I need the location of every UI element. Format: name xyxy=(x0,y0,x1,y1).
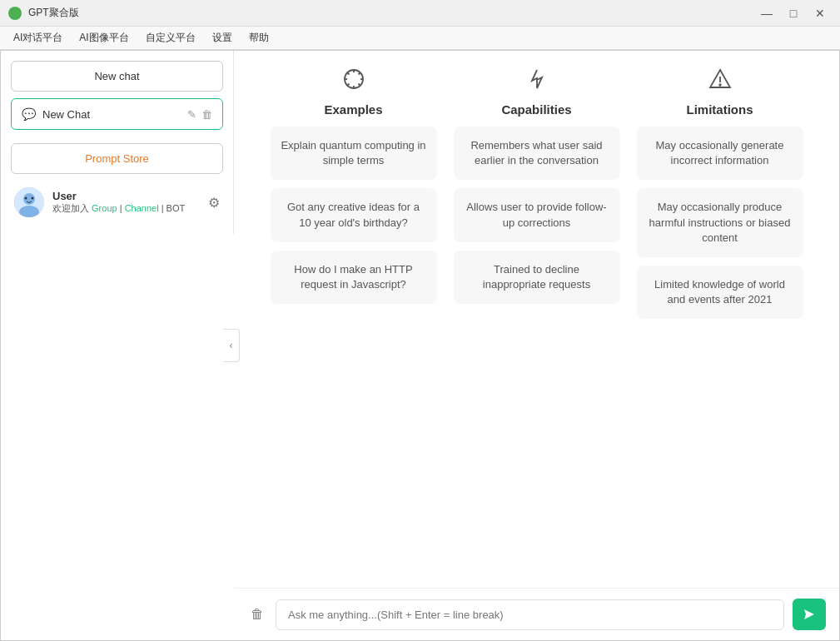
minimize-button[interactable]: — xyxy=(755,5,778,22)
capability-card-2: Allows user to provide follow-up correct… xyxy=(454,188,620,241)
menu-settings[interactable]: 设置 xyxy=(206,27,239,48)
menu-ai-image[interactable]: AI图像平台 xyxy=(72,27,135,48)
window-controls: — □ ✕ xyxy=(755,5,832,22)
new-chat-button[interactable]: New chat xyxy=(11,61,223,92)
chat-input[interactable] xyxy=(276,599,784,630)
capabilities-header: Capabilities xyxy=(454,67,620,117)
example-card-2[interactable]: Got any creative ideas for a 10 year old… xyxy=(271,188,437,241)
examples-header: Examples xyxy=(271,67,437,117)
limitations-title: Limitations xyxy=(686,102,753,117)
sidebar-container: New chat 💬 New Chat ✎ 🗑 Prompt Store xyxy=(1,51,234,640)
svg-line-13 xyxy=(358,73,360,75)
sidebar: New chat 💬 New Chat ✎ 🗑 Prompt Store xyxy=(1,51,234,234)
examples-title: Examples xyxy=(324,102,382,117)
title-bar: GPT聚合版 — □ ✕ xyxy=(0,0,840,27)
svg-line-11 xyxy=(347,73,349,75)
edit-chat-button[interactable]: ✎ xyxy=(187,108,196,121)
app-container: New chat 💬 New Chat ✎ 🗑 Prompt Store xyxy=(0,50,840,641)
chat-actions: ✎ 🗑 xyxy=(187,108,212,121)
limitation-card-3: Limited knowledge of world and events af… xyxy=(637,266,803,319)
menu-bar: AI对话平台 AI图像平台 自定义平台 设置 帮助 xyxy=(0,27,840,50)
user-section: User 欢迎加入 Group | Channel | BOT ⚙ xyxy=(11,181,223,224)
examples-column: Examples Explain quantum computing in si… xyxy=(271,67,437,312)
send-button[interactable] xyxy=(793,599,826,630)
collapse-sidebar-button[interactable]: ‹ xyxy=(223,329,240,362)
svg-point-5 xyxy=(32,197,34,200)
current-chat-item[interactable]: 💬 New Chat ✎ 🗑 xyxy=(11,98,223,130)
capability-card-3: Trained to decline inappropriate request… xyxy=(454,251,620,304)
menu-help[interactable]: 帮助 xyxy=(242,27,276,48)
chat-item-label: New Chat xyxy=(42,108,181,121)
svg-line-12 xyxy=(358,84,360,86)
svg-line-14 xyxy=(347,84,349,86)
menu-ai-dialog[interactable]: AI对话平台 xyxy=(7,27,69,48)
menu-custom[interactable]: 自定义平台 xyxy=(139,27,202,48)
maximize-button[interactable]: □ xyxy=(782,5,805,22)
avatar xyxy=(14,187,44,217)
clear-chat-button[interactable]: 🗑 xyxy=(247,604,267,625)
capabilities-title: Capabilities xyxy=(501,102,571,117)
group-link[interactable]: Group xyxy=(92,203,117,213)
main-content: Examples Explain quantum computing in si… xyxy=(234,51,839,640)
title-bar-text: GPT聚合版 xyxy=(28,6,755,20)
user-settings-button[interactable]: ⚙ xyxy=(208,195,220,211)
channel-link[interactable]: Channel xyxy=(125,203,159,213)
capabilities-icon xyxy=(525,67,549,96)
capabilities-column: Capabilities Remembers what user said ea… xyxy=(454,67,620,312)
svg-point-17 xyxy=(719,84,721,86)
svg-point-6 xyxy=(345,70,363,88)
examples-icon xyxy=(342,67,365,96)
chat-icon: 💬 xyxy=(22,107,36,121)
app-icon xyxy=(8,7,22,20)
chat-area: Examples Explain quantum computing in si… xyxy=(234,51,839,588)
capability-card-1: Remembers what user said earlier in the … xyxy=(454,127,620,180)
example-card-1[interactable]: Explain quantum computing in simple term… xyxy=(271,127,437,180)
user-name: User xyxy=(52,190,200,202)
limitation-card-2: May occasionally produce harmful instruc… xyxy=(637,188,803,257)
input-area: 🗑 xyxy=(234,588,839,640)
bot-link: BOT xyxy=(167,203,186,213)
close-button[interactable]: ✕ xyxy=(808,5,832,22)
limitations-header: Limitations xyxy=(637,67,803,117)
limitation-card-1: May occasionally generate incorrect info… xyxy=(637,127,803,180)
user-links: 欢迎加入 Group | Channel | BOT xyxy=(52,202,200,215)
example-card-3[interactable]: How do I make an HTTP request in Javascr… xyxy=(271,251,437,304)
prompt-store-button[interactable]: Prompt Store xyxy=(11,143,223,174)
delete-chat-button[interactable]: 🗑 xyxy=(201,108,212,121)
svg-point-4 xyxy=(25,197,27,200)
user-info: User 欢迎加入 Group | Channel | BOT xyxy=(52,190,200,215)
welcome-columns: Examples Explain quantum computing in si… xyxy=(259,67,814,327)
svg-point-0 xyxy=(11,9,19,17)
limitations-column: Limitations May occasionally generate in… xyxy=(637,67,803,327)
limitations-icon xyxy=(708,67,732,96)
